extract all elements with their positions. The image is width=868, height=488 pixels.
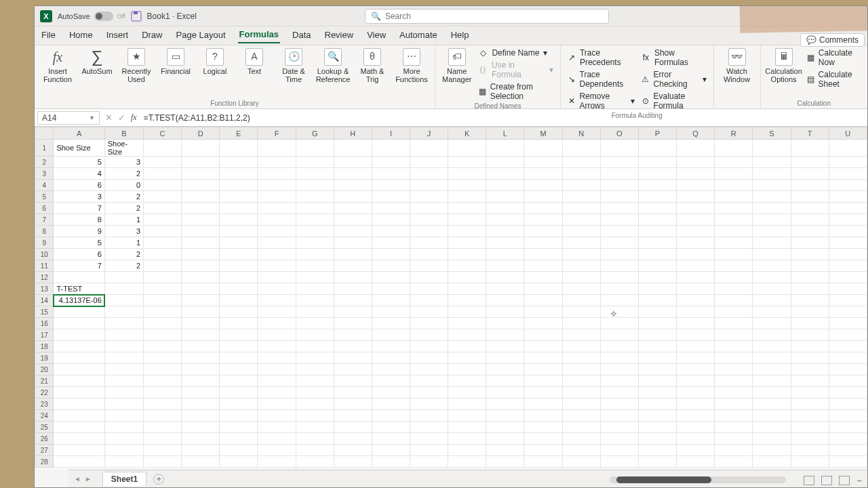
cell-C3[interactable] bbox=[144, 168, 182, 180]
cell-K24[interactable] bbox=[448, 410, 486, 422]
cell-P11[interactable] bbox=[638, 260, 676, 272]
cell-R3[interactable] bbox=[715, 168, 753, 180]
cell-G7[interactable] bbox=[296, 214, 334, 226]
cell-T1[interactable] bbox=[791, 140, 829, 157]
cell-O13[interactable] bbox=[600, 283, 638, 295]
cell-G1[interactable] bbox=[296, 140, 334, 157]
cell-P5[interactable] bbox=[638, 191, 676, 203]
cell-U19[interactable] bbox=[829, 352, 867, 364]
row-header-27[interactable]: 27 bbox=[35, 445, 54, 456]
cell-T15[interactable] bbox=[791, 306, 829, 318]
cell-E25[interactable] bbox=[220, 422, 258, 433]
cell-A21[interactable] bbox=[54, 375, 104, 387]
cell-J19[interactable] bbox=[410, 352, 448, 364]
cell-E24[interactable] bbox=[220, 410, 258, 422]
cell-O18[interactable] bbox=[600, 341, 638, 352]
cell-P3[interactable] bbox=[638, 168, 676, 180]
col-header-L[interactable]: L bbox=[486, 127, 524, 140]
cell-J23[interactable] bbox=[410, 399, 448, 410]
autosave-switch[interactable] bbox=[94, 12, 113, 21]
cancel-icon[interactable]: ✕ bbox=[105, 113, 113, 123]
row-header-15[interactable]: 15 bbox=[35, 306, 54, 318]
remove-arrows-button[interactable]: ✕Remove Arrows ▾ bbox=[568, 92, 635, 110]
cell-C5[interactable] bbox=[144, 191, 182, 203]
cell-D26[interactable] bbox=[182, 433, 220, 445]
row-header-14[interactable]: 14 bbox=[35, 295, 54, 306]
cell-L19[interactable] bbox=[486, 352, 524, 364]
cell-F24[interactable] bbox=[258, 410, 296, 422]
cell-Q17[interactable] bbox=[677, 329, 715, 341]
cell-U26[interactable] bbox=[829, 433, 867, 445]
cell-S9[interactable] bbox=[753, 237, 791, 249]
cell-D22[interactable] bbox=[182, 387, 220, 399]
cell-U13[interactable] bbox=[829, 283, 867, 295]
cell-M6[interactable] bbox=[524, 203, 562, 214]
cell-G25[interactable] bbox=[296, 422, 334, 433]
cell-R16[interactable] bbox=[715, 318, 753, 329]
cell-N16[interactable] bbox=[562, 318, 600, 329]
cell-P19[interactable] bbox=[638, 352, 676, 364]
cell-F9[interactable] bbox=[258, 237, 296, 249]
cell-O19[interactable] bbox=[600, 352, 638, 364]
more-functions-button[interactable]: ⋯More Functions bbox=[395, 48, 428, 83]
cell-F4[interactable] bbox=[258, 180, 296, 191]
trace-dependents-button[interactable]: ↘Trace Dependents bbox=[568, 70, 635, 89]
cell-K13[interactable] bbox=[448, 283, 486, 295]
cell-G28[interactable] bbox=[296, 456, 334, 468]
tab-insert[interactable]: Insert bbox=[105, 28, 130, 43]
cell-J14[interactable] bbox=[410, 295, 448, 306]
cell-R4[interactable] bbox=[715, 180, 753, 191]
col-header-G[interactable]: G bbox=[296, 127, 334, 140]
cell-K9[interactable] bbox=[448, 237, 486, 249]
cell-C2[interactable] bbox=[144, 157, 182, 168]
sheet-nav-prev[interactable]: ◄ bbox=[74, 475, 81, 483]
cell-T12[interactable] bbox=[791, 272, 829, 283]
cell-Q23[interactable] bbox=[677, 399, 715, 410]
cell-S27[interactable] bbox=[753, 445, 791, 456]
cell-L1[interactable] bbox=[486, 140, 524, 157]
cell-D9[interactable] bbox=[182, 237, 220, 249]
cell-M11[interactable] bbox=[524, 260, 562, 272]
cell-S28[interactable] bbox=[753, 456, 791, 468]
cell-S23[interactable] bbox=[753, 399, 791, 410]
tab-formulas[interactable]: Formulas bbox=[238, 28, 281, 43]
cell-I5[interactable] bbox=[372, 191, 410, 203]
fx-icon[interactable]: fx bbox=[131, 113, 137, 123]
col-header-R[interactable]: R bbox=[715, 127, 753, 140]
cell-F12[interactable] bbox=[258, 272, 296, 283]
cell-D3[interactable] bbox=[182, 168, 220, 180]
cell-E19[interactable] bbox=[220, 352, 258, 364]
cell-L7[interactable] bbox=[486, 214, 524, 226]
cell-I15[interactable] bbox=[372, 306, 410, 318]
calculate-now-button[interactable]: ▦Calculate Now bbox=[807, 48, 861, 67]
cell-R26[interactable] bbox=[715, 433, 753, 445]
cell-R25[interactable] bbox=[715, 422, 753, 433]
cell-Q4[interactable] bbox=[677, 180, 715, 191]
cell-O11[interactable] bbox=[600, 260, 638, 272]
cell-Q3[interactable] bbox=[677, 168, 715, 180]
cell-I12[interactable] bbox=[372, 272, 410, 283]
cell-U22[interactable] bbox=[829, 387, 867, 399]
cell-H8[interactable] bbox=[334, 226, 372, 237]
cell-A10[interactable]: 6 bbox=[54, 249, 104, 260]
cell-K14[interactable] bbox=[448, 295, 486, 306]
cell-D5[interactable] bbox=[182, 191, 220, 203]
cell-D7[interactable] bbox=[182, 214, 220, 226]
cell-B4[interactable]: 0 bbox=[104, 180, 143, 191]
cell-C24[interactable] bbox=[144, 410, 182, 422]
cell-P22[interactable] bbox=[638, 387, 676, 399]
cell-K26[interactable] bbox=[448, 433, 486, 445]
cell-R21[interactable] bbox=[715, 375, 753, 387]
cell-D13[interactable] bbox=[182, 283, 220, 295]
cell-Q9[interactable] bbox=[677, 237, 715, 249]
cell-N26[interactable] bbox=[562, 433, 600, 445]
cell-N11[interactable] bbox=[562, 260, 600, 272]
cell-O20[interactable] bbox=[600, 364, 638, 375]
cell-Q5[interactable] bbox=[677, 191, 715, 203]
cell-L15[interactable] bbox=[486, 306, 524, 318]
cell-H26[interactable] bbox=[334, 433, 372, 445]
cell-M17[interactable] bbox=[524, 329, 562, 341]
cell-O27[interactable] bbox=[600, 445, 638, 456]
cell-I10[interactable] bbox=[372, 249, 410, 260]
cell-R5[interactable] bbox=[715, 191, 753, 203]
